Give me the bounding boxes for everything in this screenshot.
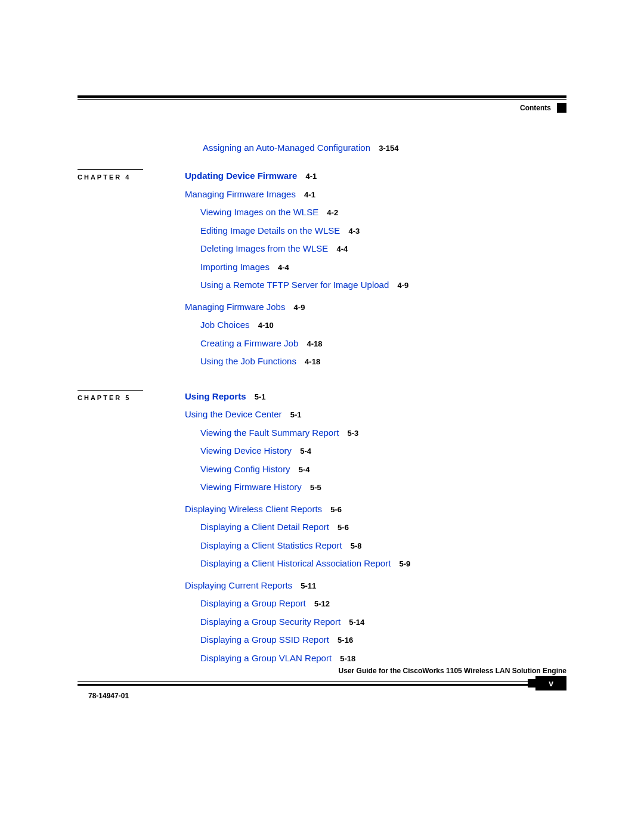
toc-link[interactable]: Viewing Images on the WLSE — [200, 207, 318, 217]
footer-guide-title: User Guide for the CiscoWorks 1105 Wirel… — [78, 667, 566, 675]
chapter-4-label: CHAPTER 4 — [78, 169, 143, 181]
toc-entry: Displaying a Group Security Report 5-14 — [200, 615, 566, 629]
chapter-label-col: CHAPTER 5 — [78, 390, 185, 402]
header-marker-box — [557, 103, 566, 113]
footer-page-number: v — [535, 676, 566, 690]
toc-link[interactable]: Creating a Firmware Job — [200, 338, 298, 348]
toc-link[interactable]: Displaying a Group VLAN Report — [200, 653, 332, 663]
chapter-5-body: Using Reports 5-1 Using the Device Cente… — [185, 390, 566, 670]
page-ref: 5-14 — [349, 618, 364, 627]
toc-link[interactable]: Displaying a Group SSID Report — [200, 634, 329, 645]
toc-link[interactable]: Displaying Wireless Client Reports — [185, 504, 322, 514]
chapter-label-col: CHAPTER 4 — [78, 169, 185, 182]
top-rule-thin — [78, 99, 566, 100]
toc-link[interactable]: Viewing the Fault Summary Report — [200, 428, 339, 438]
toc-link[interactable]: Displaying a Client Statistics Report — [200, 540, 342, 550]
toc-link[interactable]: Job Choices — [200, 320, 250, 330]
page-ref: 4-9 — [294, 303, 305, 312]
toc-entry: Viewing the Fault Summary Report 5-3 — [200, 426, 566, 440]
page-ref: 5-1 — [255, 392, 266, 401]
page-ref: 4-1 — [304, 190, 315, 199]
toc-link[interactable]: Displaying a Group Report — [200, 598, 306, 608]
toc-entry: Managing Firmware Images 4-1 — [185, 188, 566, 202]
page-ref: 5-16 — [338, 636, 353, 645]
toc-link[interactable]: Viewing Device History — [200, 445, 292, 456]
toc-entry: Updating Device Firmware 4-1 — [185, 169, 566, 183]
toc-link[interactable]: Displaying a Client Detail Report — [200, 522, 329, 532]
toc-link[interactable]: Deleting Images from the WLSE — [200, 243, 328, 253]
toc-link[interactable]: Using a Remote TFTP Server for Image Upl… — [200, 280, 389, 290]
toc-entry: Using Reports 5-1 — [185, 390, 566, 404]
toc-entry: Job Choices 4-10 — [200, 318, 566, 332]
toc-entry: Managing Firmware Jobs 4-9 — [185, 301, 566, 314]
chapter-4-body: Updating Device Firmware 4-1 Managing Fi… — [185, 169, 566, 373]
page-ref: 4-3 — [348, 227, 360, 236]
chapter-5-block: CHAPTER 5 Using Reports 5-1 Using the De… — [78, 390, 566, 670]
page-ref: 5-5 — [310, 483, 321, 492]
page-ref: 3-154 — [379, 144, 398, 153]
footer-doc-number: 78-14947-01 — [88, 692, 566, 700]
toc-entry: Viewing Images on the WLSE 4-2 — [200, 206, 566, 219]
page-ref: 5-4 — [300, 447, 311, 456]
page-ref: 4-2 — [327, 208, 338, 217]
toc-entry: Displaying Current Reports 5-11 — [185, 579, 566, 593]
toc-entry: Displaying a Group SSID Report 5-16 — [200, 633, 566, 647]
toc-entry: Assigning an Auto-Managed Configuration … — [203, 143, 566, 153]
toc-link[interactable]: Importing Images — [200, 262, 270, 272]
chapter-4-block: CHAPTER 4 Updating Device Firmware 4-1 M… — [78, 169, 566, 373]
page-frame: Contents Assigning an Auto-Managed Confi… — [78, 95, 566, 670]
page-ref: 4-18 — [306, 339, 322, 348]
page-ref: 4-18 — [305, 357, 320, 366]
toc-entry: Displaying Wireless Client Reports 5-6 — [185, 503, 566, 516]
toc-entry: Using the Job Functions 4-18 — [200, 355, 566, 368]
toc-entry: Deleting Images from the WLSE 4-4 — [200, 242, 566, 256]
toc-entry: Displaying a Client Statistics Report 5-… — [200, 539, 566, 553]
page-ref: 5-9 — [399, 559, 410, 568]
page-ref: 5-6 — [330, 505, 342, 514]
toc-link[interactable]: Editing Image Details on the WLSE — [200, 225, 340, 236]
toc-link[interactable]: Displaying a Group Security Report — [200, 617, 340, 627]
toc-content: Assigning an Auto-Managed Configuration … — [78, 143, 566, 670]
page-ref: 5-1 — [290, 410, 302, 419]
page-ref: 4-4 — [278, 263, 289, 272]
toc-entry: Editing Image Details on the WLSE 4-3 — [200, 224, 566, 238]
toc-entry: Viewing Config History 5-4 — [200, 463, 566, 476]
page-ref: 5-18 — [340, 654, 355, 663]
chapter-title-link[interactable]: Using Reports — [185, 391, 246, 401]
chapter-title-link[interactable]: Updating Device Firmware — [185, 171, 297, 181]
page-ref: 5-4 — [299, 465, 310, 474]
footer-rule: v — [78, 676, 566, 690]
toc-link[interactable]: Assigning an Auto-Managed Configuration — [203, 143, 370, 153]
toc-entry: Viewing Device History 5-4 — [200, 444, 566, 458]
page-ref: 5-12 — [314, 599, 330, 608]
page-ref: 5-8 — [351, 541, 362, 550]
footer-marker-box — [528, 679, 536, 688]
page-ref: 4-4 — [336, 244, 348, 253]
top-rule-thick — [78, 95, 566, 98]
contents-label: Contents — [520, 104, 551, 112]
page-ref: 4-1 — [306, 172, 317, 181]
toc-link[interactable]: Viewing Firmware History — [200, 482, 302, 492]
page-ref: 4-9 — [397, 281, 408, 290]
page-ref: 5-3 — [348, 429, 359, 438]
toc-entry: Importing Images 4-4 — [200, 261, 566, 274]
toc-link[interactable]: Using the Job Functions — [200, 356, 296, 366]
footer-rule-line — [78, 681, 528, 686]
page-ref: 5-6 — [338, 523, 349, 532]
page-ref: 5-11 — [301, 581, 316, 590]
toc-entry: Displaying a Client Historical Associati… — [200, 557, 566, 571]
toc-link[interactable]: Displaying Current Reports — [185, 580, 292, 590]
toc-entry: Creating a Firmware Job 4-18 — [200, 337, 566, 351]
toc-link[interactable]: Managing Firmware Images — [185, 189, 296, 199]
page-ref: 4-10 — [258, 321, 274, 330]
toc-link[interactable]: Managing Firmware Jobs — [185, 302, 285, 312]
toc-entry: Using the Device Center 5-1 — [185, 408, 566, 422]
toc-entry: Displaying a Group Report 5-12 — [200, 597, 566, 611]
toc-link[interactable]: Viewing Config History — [200, 464, 290, 474]
toc-link[interactable]: Displaying a Client Historical Associati… — [200, 558, 391, 568]
chapter-5-label: CHAPTER 5 — [78, 390, 143, 401]
toc-link[interactable]: Using the Device Center — [185, 409, 282, 419]
toc-entry: Displaying a Group VLAN Report 5-18 — [200, 652, 566, 665]
toc-entry: Displaying a Client Detail Report 5-6 — [200, 521, 566, 534]
toc-entry: Viewing Firmware History 5-5 — [200, 481, 566, 494]
